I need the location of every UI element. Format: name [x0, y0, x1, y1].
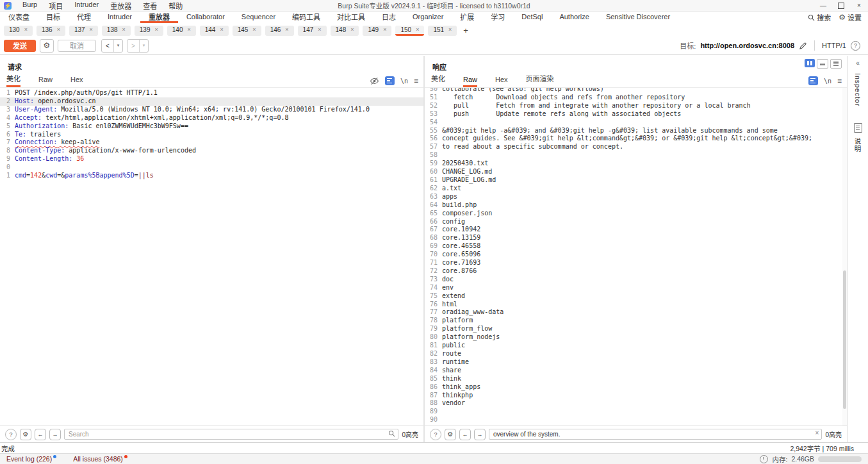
request-line[interactable]: 0: [0, 163, 423, 172]
search-prev-icon[interactable]: ←: [35, 429, 46, 440]
menu-item-重放器[interactable]: 重放器: [104, 1, 137, 11]
close-tab-icon[interactable]: ×: [220, 26, 223, 33]
request-view-tab-0[interactable]: 美化: [6, 72, 20, 87]
history-forward-split-button[interactable]: > ▾: [127, 39, 149, 53]
close-tab-icon[interactable]: ×: [318, 26, 321, 33]
layout-rows-icon[interactable]: [817, 59, 828, 69]
cancel-button[interactable]: 取消: [58, 40, 96, 52]
layout-tabs-icon[interactable]: [830, 59, 842, 69]
scrollbar-thumb[interactable]: [843, 270, 846, 409]
main-tab-日志[interactable]: 日志: [373, 12, 404, 23]
menu-item-帮助[interactable]: 帮助: [163, 1, 188, 11]
response-view-tab-1[interactable]: Raw: [463, 74, 477, 87]
close-tab-icon[interactable]: ×: [383, 26, 386, 33]
repeater-tab-139[interactable]: 139×: [135, 26, 163, 36]
main-tab-collaborator[interactable]: Collaborator: [178, 12, 233, 23]
close-tab-icon[interactable]: ×: [90, 26, 93, 33]
request-line[interactable]: 3User-Agent: Mozilla/5.0 (Windows NT 10.…: [0, 106, 423, 114]
help-icon[interactable]: ?: [851, 41, 860, 51]
main-tab-authorize[interactable]: Authorize: [551, 12, 597, 23]
repeater-tab-146[interactable]: 146×: [265, 26, 294, 36]
menu-item-项目[interactable]: 项目: [43, 1, 69, 11]
close-tab-icon[interactable]: ×: [252, 26, 256, 33]
show-newlines-icon[interactable]: \n: [400, 78, 408, 85]
search-settings-gear-icon[interactable]: ⚙: [20, 429, 31, 440]
request-line[interactable]: 1cmd=142&cwd=&params%5Bappend%5D=||ls: [0, 172, 423, 180]
main-tab-重放器[interactable]: 重放器: [140, 12, 178, 23]
request-line[interactable]: 9Content-Length: 36: [0, 155, 423, 163]
http-version-select[interactable]: HTTP/1: [822, 42, 846, 49]
search-next-icon[interactable]: →: [474, 429, 486, 440]
search-help-icon[interactable]: ?: [430, 429, 441, 440]
back-dropdown-icon[interactable]: ▾: [114, 40, 122, 52]
request-line[interactable]: 4Accept: text/html,application/xhtml+xml…: [0, 114, 423, 122]
close-tab-icon[interactable]: ×: [187, 26, 190, 33]
layout-columns-icon[interactable]: [805, 59, 815, 67]
request-search-input[interactable]: [64, 429, 398, 440]
clear-search-icon[interactable]: ×: [815, 429, 819, 436]
minimize-icon[interactable]: —: [814, 0, 832, 11]
request-line[interactable]: 5Authorization: Basic enl0ZWM6WUdEMHc3bW…: [0, 122, 423, 131]
global-search-button[interactable]: 搜索: [808, 12, 831, 22]
editor-menu-icon[interactable]: ≡: [837, 76, 842, 85]
main-tab-sensitive discoverer[interactable]: Sensitive Discoverer: [598, 12, 678, 23]
history-back-split-button[interactable]: < ▾: [101, 39, 123, 53]
request-view-tab-1[interactable]: Raw: [38, 74, 53, 87]
menu-item-查看[interactable]: 查看: [137, 1, 163, 11]
repeater-tab-144[interactable]: 144×: [200, 26, 229, 36]
main-tab-detsql[interactable]: DetSql: [513, 12, 551, 23]
search-help-icon[interactable]: ?: [5, 429, 17, 440]
close-icon[interactable]: ×: [850, 0, 868, 11]
main-tab-仪表盘[interactable]: 仪表盘: [0, 12, 38, 23]
response-view-tab-0[interactable]: 美化: [431, 72, 445, 87]
repeater-tab-130[interactable]: 130×: [4, 26, 33, 36]
send-settings-button[interactable]: ⚙: [40, 39, 54, 53]
search-settings-gear-icon[interactable]: ⚙: [445, 429, 456, 440]
repeater-tab-147[interactable]: 147×: [298, 26, 327, 36]
inspector-tab[interactable]: Inspector: [854, 73, 862, 106]
request-view-tab-2[interactable]: Hex: [70, 74, 83, 87]
repeater-tab-150[interactable]: 150×: [395, 26, 424, 36]
back-icon[interactable]: <: [102, 40, 114, 52]
all-issues-link[interactable]: All issues (3486): [73, 455, 127, 463]
request-line[interactable]: 1POST /index.php/auth/Ops/git HTTP/1.1: [0, 89, 423, 97]
main-tab-对比工具[interactable]: 对比工具: [329, 12, 373, 23]
repeater-tab-151[interactable]: 151×: [428, 26, 457, 36]
collapse-panel-icon[interactable]: «: [856, 60, 860, 67]
repeater-tab-137[interactable]: 137×: [69, 26, 98, 36]
menu-item-burp[interactable]: Burp: [17, 1, 43, 11]
forward-dropdown-icon[interactable]: ▾: [140, 40, 148, 52]
main-tab-目标[interactable]: 目标: [38, 12, 69, 23]
close-tab-icon[interactable]: ×: [416, 26, 419, 33]
close-tab-icon[interactable]: ×: [24, 26, 28, 33]
send-button[interactable]: 发送: [4, 40, 36, 52]
request-editor[interactable]: 1POST /index.php/auth/Ops/git HTTP/1.12H…: [0, 88, 423, 426]
repeater-tab-140[interactable]: 140×: [167, 26, 196, 36]
response-viewer[interactable]: 50collaborate (see also: git help workfl…: [425, 88, 847, 426]
hide-eye-slash-icon[interactable]: [370, 77, 379, 85]
main-tab-学习[interactable]: 学习: [482, 12, 513, 23]
request-line[interactable]: 8Content-Type: application/x-www-form-ur…: [0, 147, 423, 155]
request-line[interactable]: 7Connection: keep-alive: [0, 138, 423, 147]
settings-button[interactable]: ⚙ 设置: [839, 12, 862, 22]
response-view-tab-3[interactable]: 页面渲染: [526, 72, 554, 87]
repeater-tab-136[interactable]: 136×: [37, 26, 65, 36]
response-search-input[interactable]: [489, 429, 822, 440]
edit-target-pencil-icon[interactable]: [799, 42, 807, 50]
main-tab-organizer[interactable]: Organizer: [404, 12, 452, 23]
close-tab-icon[interactable]: ×: [155, 26, 158, 33]
response-view-tab-2[interactable]: Hex: [495, 74, 508, 87]
repeater-tab-149[interactable]: 149×: [363, 26, 391, 36]
close-tab-icon[interactable]: ×: [122, 26, 126, 33]
repeater-tab-138[interactable]: 138×: [102, 26, 131, 36]
response-scrollbar[interactable]: [842, 88, 847, 426]
close-tab-icon[interactable]: ×: [57, 26, 60, 33]
search-prev-icon[interactable]: ←: [459, 429, 471, 440]
request-line[interactable]: 6Te: trailers: [0, 131, 423, 139]
close-tab-icon[interactable]: ×: [350, 26, 354, 33]
event-log-link[interactable]: Event log (226): [6, 455, 56, 463]
main-tab-sequencer[interactable]: Sequencer: [233, 12, 284, 23]
close-tab-icon[interactable]: ×: [285, 26, 288, 33]
forward-icon[interactable]: >: [127, 40, 140, 52]
main-tab-扩展[interactable]: 扩展: [452, 12, 482, 23]
